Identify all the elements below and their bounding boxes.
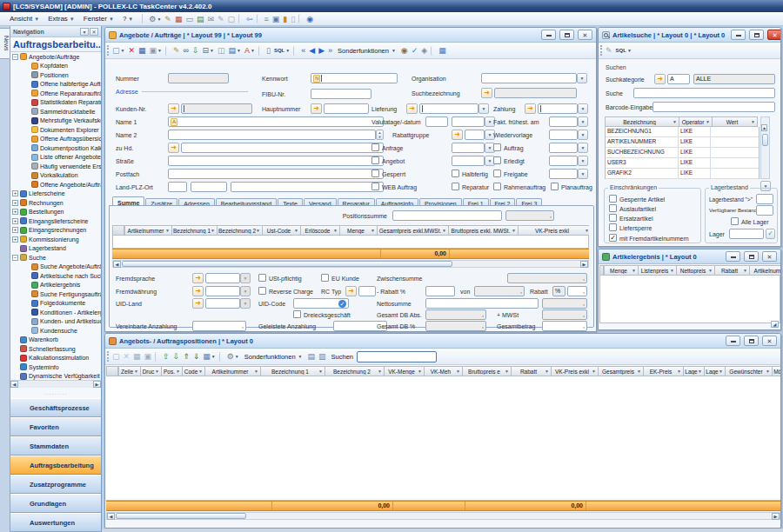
grid-icon[interactable]: ▦▼ [201, 351, 217, 362]
row-selector-stub[interactable] [112, 225, 124, 236]
maximize-button[interactable] [744, 251, 759, 262]
sort-dropdown-icon[interactable]: ▼ [134, 369, 139, 374]
auftrag-checkbox[interactable] [493, 143, 501, 151]
minimize-button[interactable] [731, 30, 746, 40]
lager-field[interactable] [729, 229, 764, 239]
result-grid-body[interactable] [599, 276, 780, 323]
fremdwaehrung-dropdown-icon[interactable]: ▼ [240, 286, 251, 296]
sort-dropdown-icon[interactable]: ▼ [751, 119, 756, 124]
rc-typ-lookup-icon[interactable]: ➜ [345, 286, 357, 296]
nav-next-icon[interactable]: ▶▼ [317, 45, 326, 57]
criteria-row[interactable]: ARTIKELNUMMER LIKE [606, 137, 759, 148]
criteria-row[interactable]: SUCHBEZEICHNUNG LIKE [606, 148, 759, 158]
sort-dropdown-icon[interactable]: ▼ [333, 228, 338, 233]
column-header[interactable]: Gewünschter▼ [726, 366, 773, 376]
tree-item[interactable]: Häufig verwendete Ersat [10, 162, 101, 171]
tree-expander-icon[interactable]: + [12, 190, 18, 196]
zahlung-dropdown-icon[interactable]: ▼ [578, 103, 588, 114]
sort-dropdown-icon[interactable]: ▼ [442, 228, 447, 233]
gesamtbetrag-field[interactable]: , [542, 321, 587, 331]
uid-land-dropdown-icon[interactable]: ▼ [240, 298, 251, 309]
column-header[interactable]: Artikelnummer▼ [205, 366, 261, 376]
shortcut-grundlagen[interactable]: Grundlagen [10, 494, 101, 513]
tree-item[interactable]: − Suche [10, 253, 101, 263]
sort-dropdown-icon[interactable]: ▼ [155, 369, 160, 374]
menu-item[interactable]: ?▼ [118, 14, 137, 23]
sort-dropdown-icon[interactable]: ▼ [256, 228, 261, 233]
panel-close-icon[interactable]: ✕ [90, 28, 98, 36]
tree-item[interactable]: Artikelergebnis [10, 281, 101, 290]
tree-item[interactable]: Suche Fertigungsaufträg [10, 289, 101, 299]
table-icon[interactable]: ▦▼ [437, 45, 448, 57]
positions-search-input[interactable] [357, 351, 437, 362]
verify-icon[interactable]: ✓▼ [410, 45, 420, 57]
tree-item[interactable]: Artikelsuche nach Suchk [10, 271, 101, 281]
tree-item[interactable]: Dokumenten Explorer [10, 125, 101, 135]
column-header[interactable]: Gesamtpreis▼ [599, 366, 644, 376]
orders-grid-hscrollbar[interactable]: ◀ ▶ [112, 260, 589, 268]
sort-dropdown-icon[interactable]: ▼ [585, 228, 589, 233]
criteria-row[interactable]: BEZEICHNUNG1 LIKE [606, 127, 759, 137]
column-header[interactable]: VK-Menge▼ [385, 366, 425, 376]
tree-expander-icon[interactable]: + [12, 218, 18, 224]
column-header[interactable]: Bezeichnung 2▼ [218, 225, 263, 236]
auftrag-dropdown-icon[interactable]: ▼ [578, 143, 588, 153]
liefersperre-checkbox[interactable] [609, 223, 617, 231]
nummer-field[interactable] [168, 73, 229, 83]
menu-item[interactable]: Extras▼ [44, 14, 79, 23]
column-header[interactable]: VK-Preis exkl▼ [552, 366, 599, 376]
minimize-button[interactable] [541, 30, 556, 40]
erledigt-field[interactable] [549, 156, 578, 166]
suchkategorie-field[interactable]: A [667, 74, 690, 84]
suchbezeichnung-lookup-icon[interactable]: ➜ [481, 88, 492, 98]
hauptnummer-lookup-icon[interactable]: ➜ [311, 103, 322, 114]
lieferung-lookup-icon[interactable]: ➜ [406, 103, 418, 114]
close-button[interactable]: ✕ [578, 30, 592, 40]
zu-hd-field[interactable] [181, 143, 384, 153]
sort-dropdown-icon[interactable]: ▼ [318, 369, 324, 374]
sort-dropdown-icon[interactable]: ▼ [211, 228, 216, 233]
positions-grid-body[interactable] [106, 376, 780, 501]
halbfertig-checkbox[interactable] [452, 170, 459, 177]
tree-item[interactable]: Sammeldrucktabelle [10, 107, 101, 116]
panel-splitter-grip[interactable]: ········· [10, 391, 101, 398]
shortcut-auswertungen[interactable]: Auswertungen [10, 513, 101, 532]
rabatt-percent-box[interactable]: % [552, 286, 566, 296]
shortcut-auftragsbearbeitung[interactable]: Auftragsbearbeitung [10, 456, 101, 475]
ersatzartikel-checkbox[interactable] [609, 214, 617, 222]
tree-expander-icon[interactable]: + [12, 200, 18, 206]
column-header[interactable]: Druc▼ [141, 366, 162, 376]
suchkategorie-name-field[interactable]: ALLE [693, 74, 775, 84]
lieferung-field[interactable] [419, 103, 478, 114]
save-icon[interactable]: ▦▼ [131, 351, 143, 362]
sort-dropdown-icon[interactable]: ▼ [670, 268, 675, 273]
column-header[interactable]: Rabatt▼ [512, 366, 552, 376]
column-header[interactable]: Erlöscode▼ [301, 225, 340, 236]
clipboard-icon[interactable]: ▯▼ [289, 13, 297, 24]
rahmenauftrag-checkbox[interactable] [493, 183, 501, 190]
move-down-icon[interactable]: ⇩▼ [171, 351, 182, 362]
eu-kunde-checkbox[interactable] [321, 274, 329, 282]
column-header[interactable]: Zeile▼ [118, 366, 141, 376]
column-header[interactable]: Möglicher Lie▼ [773, 366, 780, 376]
menu-item[interactable]: Fenster▼ [79, 14, 118, 23]
toolbar-icon[interactable]: ▼ [257, 14, 261, 23]
column-header[interactable]: Rabatt▼ [715, 265, 750, 276]
toolbar-icon[interactable]: ▼ [431, 46, 435, 56]
rabattgruppe-lookup-icon[interactable]: ➜ [452, 130, 463, 140]
fakt-field[interactable] [549, 116, 578, 127]
tree-item[interactable]: Warenkorb [10, 336, 101, 345]
close-button[interactable]: ✕ [762, 251, 777, 262]
tree-item[interactable]: Offene halbfertige Auftr [10, 80, 101, 90]
frame-icon[interactable]: ▢▼ [226, 13, 238, 24]
wiedervorlage-dropdown-icon[interactable]: ▼ [578, 130, 588, 140]
column-header[interactable]: Code▼ [183, 366, 205, 376]
valutatage-field[interactable] [425, 116, 448, 127]
tree-item[interactable]: + Rechnungen [10, 198, 101, 208]
rc-typ-field[interactable] [358, 286, 376, 296]
tree-item[interactable]: Dokumentposition Kalkul [10, 143, 101, 153]
delete-icon[interactable]: ✕▼ [126, 45, 137, 57]
freigabe-dropdown-icon[interactable]: ▼ [578, 169, 588, 179]
tree-item[interactable]: Kundensuche [10, 326, 101, 336]
column-header[interactable]: Artikelnummer▼ [124, 225, 172, 236]
